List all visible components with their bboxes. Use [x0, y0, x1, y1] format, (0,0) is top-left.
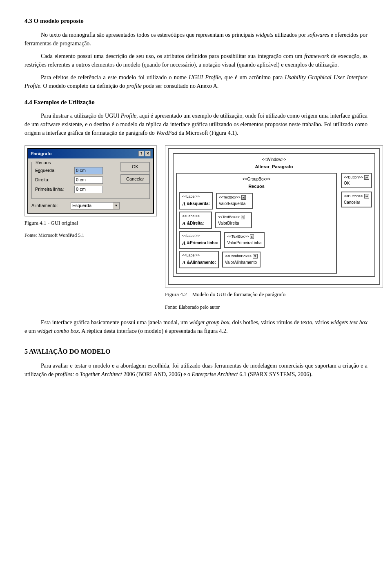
- uml-window-box: <<Window>> Alterar_Paragrafo <<GroupBox>…: [173, 153, 375, 277]
- uml-widget-row-4: <<Label>> A &Alinhamento: <<ComboBox>> ▼…: [179, 251, 334, 268]
- uml-textbox-direita: <<TextBox>> a| ValorDireita: [215, 212, 252, 228]
- dialog-body: Recuos Esquerda: 0 cm Direita: 0 cm: [28, 158, 153, 213]
- combo-value: Esquerda: [72, 202, 91, 209]
- figure-2-container: <<Window>> Alterar_Paragrafo <<GroupBox>…: [165, 145, 383, 315]
- label-primeira: Primeira linha:: [35, 186, 72, 193]
- combo-arrow: ▼: [113, 203, 119, 209]
- uml-button-ok: <<Button>> ok OK: [341, 173, 372, 189]
- figures-row: Parágrafo ? ✕ Recuos Esquerda: 0 cm: [24, 145, 368, 315]
- cancel-button[interactable]: Cancelar: [120, 174, 150, 184]
- wordpad-dialog: Parágrafo ? ✕ Recuos Esquerda: 0 cm: [27, 148, 154, 214]
- ok-button[interactable]: OK: [120, 162, 150, 172]
- dialog-titlebar-buttons: ? ✕: [138, 151, 151, 156]
- uml-textbox-esquerda: <<TextBox>> a| ValorEsquerda: [216, 193, 253, 209]
- figure-1-source: Fonte: Microsoft WordPad 5.1: [24, 232, 84, 239]
- para-after-figures: Esta interface gráfica basicamente possu…: [24, 318, 368, 335]
- figure-2-source: Fonte: Elaborado pelo autor: [165, 303, 220, 311]
- uml-button-col: <<Button>> ok OK <<Button>> ok Cancelar: [341, 173, 372, 207]
- uml-widget-row-2: <<Label>> A &Direita: <<TextBox>> a| Val…: [179, 212, 334, 229]
- uml-window-name: Alterar_Paragrafo: [176, 163, 372, 170]
- uml-groupbox: <<GroupBox>> Recuos <<Label>> A &Esquerd…: [176, 173, 337, 274]
- uml-diagram: <<Window>> Alterar_Paragrafo <<GroupBox>…: [168, 148, 380, 285]
- label-direita: Direita:: [35, 176, 72, 183]
- groupbox-label: Recuos: [34, 159, 52, 166]
- uml-label-primeira: <<Label>> A &Primeira linha:: [179, 231, 221, 249]
- uml-textbox-primeira: <<TextBox>> a| ValorPrimeiraLinha: [224, 232, 264, 248]
- section-4-3-para2: Cada elemento possui uma descrição de se…: [24, 52, 368, 69]
- figure-2-image: <<Window>> Alterar_Paragrafo <<GroupBox>…: [165, 145, 383, 288]
- combo-alinhamento[interactable]: Esquerda ▼: [71, 202, 120, 210]
- section-5-heading: 5 AVALIAÇÃO DO MODELO: [24, 347, 368, 357]
- dialog-titlebar: Parágrafo ? ✕: [28, 149, 153, 158]
- figure-1-image: Parágrafo ? ✕ Recuos Esquerda: 0 cm: [24, 145, 157, 216]
- uml-label-alinhamento: <<Label>> A &Alinhamento:: [179, 251, 219, 268]
- section-4-4-heading: 4.4 Exemplos de Utilização: [24, 98, 368, 107]
- dialog-close-btn[interactable]: ✕: [145, 151, 151, 156]
- label-alinhamento: Alinhamento:: [31, 202, 68, 209]
- dialog-row-primeira: Primeira linha: 0 cm: [35, 186, 146, 193]
- section-4-3-heading: 4.3 O modelo proposto: [24, 16, 368, 26]
- input-esquerda[interactable]: 0 cm: [74, 167, 103, 174]
- uml-label-direita: <<Label>> A &Direita:: [179, 212, 212, 229]
- figure-1-caption: Figura 4.1 - GUI original: [24, 219, 78, 227]
- uml-groupbox-name: Recuos: [179, 183, 334, 190]
- section-4-3-para1: No texto da monografia são apresentados …: [24, 31, 368, 48]
- dialog-action-buttons: OK Cancelar: [120, 162, 150, 184]
- uml-label-esquerda: <<Label>> A &Esquerda:: [179, 192, 213, 210]
- section-4-4-para1: Para ilustrar a utilização do UGUI Profi…: [24, 111, 368, 137]
- figure-2-caption: Figura 4.2 – Modelo do GUI de formatação…: [165, 290, 285, 299]
- figure-1-container: Parágrafo ? ✕ Recuos Esquerda: 0 cm: [24, 145, 157, 243]
- dialog-combo-row: Alinhamento: Esquerda ▼: [31, 202, 150, 210]
- dialog-title-text: Parágrafo: [31, 150, 51, 157]
- section-4-3-para3: Para efeitos de referência a este modelo…: [24, 73, 368, 90]
- input-direita[interactable]: 0 cm: [74, 176, 103, 184]
- section-5-para1: Para avaliar e testar o modelo e a abord…: [24, 361, 368, 379]
- uml-inner-row: <<GroupBox>> Recuos <<Label>> A &Esquerd…: [176, 173, 372, 274]
- label-esquerda: Esquerda:: [35, 167, 72, 174]
- uml-groupbox-stereotype: <<GroupBox>>: [179, 176, 334, 182]
- input-primeira[interactable]: 0 cm: [74, 186, 103, 193]
- uml-button-cancel: <<Button>> ok Cancelar: [341, 192, 372, 207]
- uml-window-stereotype: <<Window>>: [176, 156, 372, 163]
- dialog-help-btn[interactable]: ?: [138, 151, 144, 156]
- uml-combobox-alinhamento: <<ComboBox>> ▼ ValorAlinhamento: [222, 252, 261, 268]
- uml-widget-row-3: <<Label>> A &Primeira linha: <<TextBox>>…: [179, 231, 334, 249]
- uml-widget-row-1: <<Label>> A &Esquerda: <<TextBox>> a| Va…: [179, 192, 334, 210]
